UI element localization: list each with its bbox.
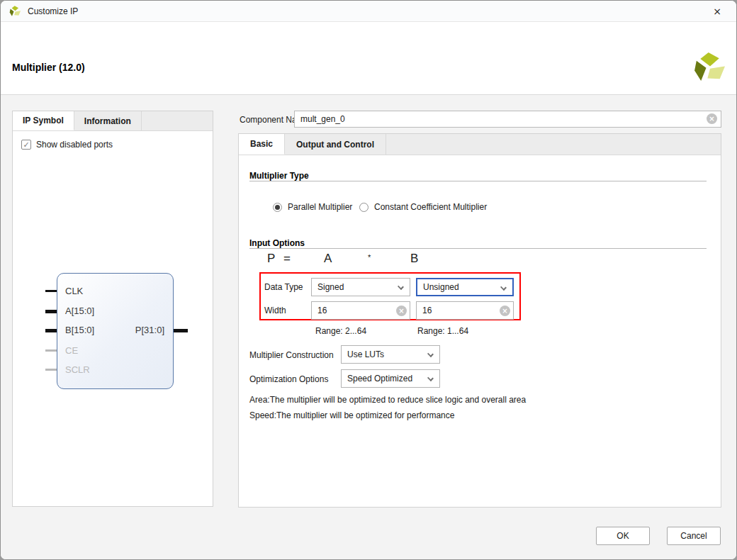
title-bar: Customize IP × (1, 1, 736, 22)
component-name-clear-icon[interactable]: × (707, 113, 717, 124)
radio-parallel-label: Parallel Multiplier (288, 202, 352, 212)
optimization-options-select[interactable]: Speed Optimized (341, 369, 440, 388)
radio-constant-label: Constant Coefficient Multiplier (374, 202, 487, 212)
chevron-down-icon (398, 284, 404, 290)
b-port-stub (45, 329, 57, 332)
ok-button[interactable]: OK (596, 527, 650, 545)
port-label-clk: CLK (65, 286, 83, 296)
xilinx-logo (694, 52, 726, 82)
equation-a: A (324, 252, 332, 266)
tab-output-and-control[interactable]: Output and Control (285, 134, 386, 155)
width-a-clear-icon[interactable]: × (396, 306, 407, 316)
ip-title: Multiplier (12.0) (12, 62, 85, 73)
port-label-ce: CE (65, 345, 78, 356)
equation-star: * (368, 253, 371, 262)
equation-b: B (410, 252, 418, 266)
component-name-input[interactable] (294, 111, 721, 128)
clk-port-stub (45, 290, 57, 292)
tab-basic[interactable]: Basic (239, 134, 285, 155)
data-type-b-value: Unsigned (423, 282, 459, 292)
show-disabled-ports-label: Show disabled ports (36, 140, 113, 150)
multiplier-type-rule (249, 181, 707, 181)
optimization-options-label: Optimization Options (249, 374, 328, 384)
main-tab-strip: Basic Output and Control (239, 134, 721, 155)
port-label-p: P[31:0] (119, 325, 164, 335)
radio-constant-icon[interactable] (359, 203, 368, 212)
tab-ip-symbol[interactable]: IP Symbol (13, 111, 74, 130)
range-a-label: Range: 2...64 (315, 326, 366, 336)
tab-information-label: Information (84, 116, 131, 126)
show-disabled-ports-checkbox[interactable]: ✓ (21, 140, 31, 150)
left-tab-strip: IP Symbol Information (13, 111, 213, 131)
equation-p: P (267, 252, 275, 266)
chevron-down-icon (427, 375, 434, 381)
cancel-button-label: Cancel (680, 531, 707, 541)
chevron-down-icon (500, 284, 507, 291)
ok-button-label: OK (617, 531, 629, 541)
xilinx-logo-icon (9, 6, 21, 16)
customize-ip-dialog: Customize IP × Multiplier (12.0) i Docum… (0, 0, 737, 560)
sclr-port-stub (45, 369, 57, 371)
data-type-b-select[interactable]: Unsigned (416, 278, 514, 296)
radio-parallel-multiplier[interactable]: Parallel Multiplier (273, 202, 352, 212)
area-note: Area:The multiplier will be optimized to… (249, 395, 526, 405)
port-label-sclr: SCLR (65, 364, 90, 375)
multiplier-type-heading: Multiplier Type (249, 171, 309, 181)
cancel-button[interactable]: Cancel (667, 527, 721, 545)
multiplier-construction-select[interactable]: Use LUTs (341, 345, 440, 364)
ip-symbol-panel: IP Symbol Information ✓ Show disabled po… (12, 111, 213, 507)
tab-ip-symbol-label: IP Symbol (23, 116, 64, 125)
ce-port-stub (45, 349, 57, 352)
p-port-stub (174, 329, 188, 332)
range-b-label: Range: 1...64 (417, 326, 468, 336)
a-port-stub (45, 310, 57, 313)
input-options-rule (249, 248, 707, 249)
port-label-b: B[15:0] (65, 325, 94, 335)
width-a-input[interactable] (311, 301, 410, 320)
options-panel: Basic Output and Control Multiplier Type… (238, 133, 721, 508)
width-b-clear-icon[interactable]: × (500, 306, 510, 316)
close-icon[interactable]: × (705, 1, 729, 22)
tab-basic-label: Basic (250, 139, 273, 149)
dialog-content: IP Symbol Information ✓ Show disabled po… (1, 95, 736, 560)
dialog-header: Multiplier (12.0) i Documentation IP Loc… (1, 22, 736, 95)
multiplier-construction-value: Use LUTs (347, 349, 384, 359)
input-options-heading: Input Options (249, 238, 305, 248)
chevron-down-icon (427, 351, 434, 357)
radio-parallel-icon[interactable] (273, 203, 282, 212)
tab-information[interactable]: Information (74, 111, 142, 130)
speed-note: Speed:The multiplier will be optimized f… (249, 410, 454, 420)
tab-output-and-control-label: Output and Control (296, 140, 374, 150)
radio-constant-coefficient[interactable]: Constant Coefficient Multiplier (359, 202, 487, 212)
equation-equals: = (283, 252, 291, 266)
optimization-options-value: Speed Optimized (347, 374, 412, 383)
data-type-a-select[interactable]: Signed (311, 278, 410, 296)
show-disabled-ports-row[interactable]: ✓ Show disabled ports (21, 140, 113, 150)
data-type-label: Data Type (264, 282, 303, 292)
port-label-a: A[15:0] (65, 306, 94, 316)
window-title: Customize IP (28, 6, 78, 16)
multiplier-construction-label: Multiplier Construction (249, 350, 334, 360)
width-label: Width (264, 306, 286, 315)
data-type-a-value: Signed (317, 282, 344, 292)
